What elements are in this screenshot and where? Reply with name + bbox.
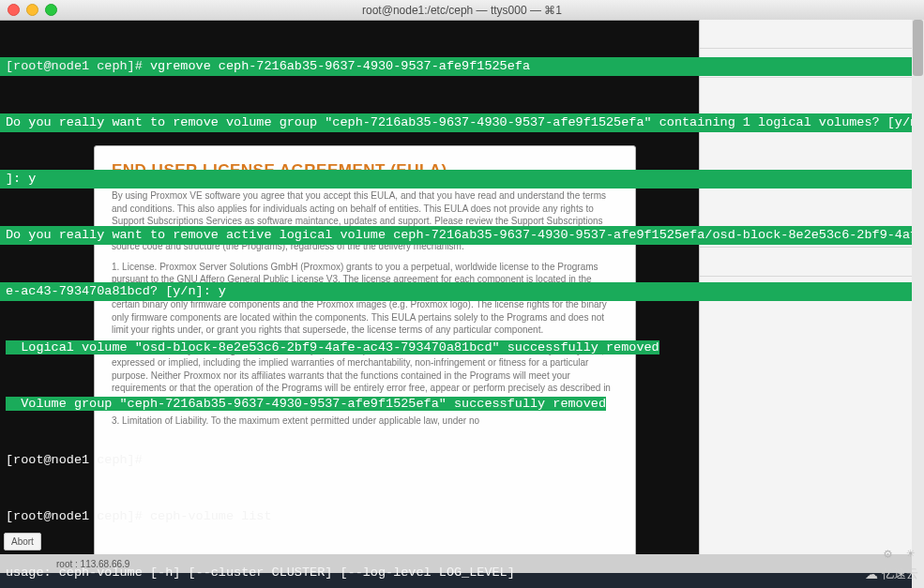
sun-icon[interactable]: ☀ <box>907 546 915 562</box>
terminal[interactable]: [root@node1 ceph]# vgremove ceph-7216ab3… <box>0 20 912 582</box>
scrollbar[interactable] <box>912 20 924 588</box>
window-title: root@node1:/etc/ceph — ttys000 — ⌘1 <box>0 4 924 17</box>
watermark: ☁ 亿速云 <box>865 565 918 582</box>
prompt: [root@node1 ceph]# <box>0 451 912 470</box>
terminal-output: Volume group "ceph-7216ab35-9637-4930-95… <box>6 397 606 411</box>
scrollbar-thumb[interactable] <box>913 20 923 76</box>
prompt: [root@node1 ceph]# <box>6 509 150 523</box>
command: ceph-volume list <box>150 509 272 523</box>
gear-icon[interactable]: ⚙ <box>884 546 891 562</box>
terminal-output: Logical volume "osd-block-8e2e53c6-2bf9-… <box>6 340 659 354</box>
watermark-text: 亿速云 <box>882 565 918 582</box>
cloud-icon: ☁ <box>865 566 878 581</box>
prompt: [root@node1 ceph]# <box>6 59 150 73</box>
terminal-output: Do you really want to remove volume grou… <box>0 113 912 132</box>
tray-icons: ⚙ ☀ <box>884 546 915 562</box>
command: vgremove ceph-7216ab35-9637-4930-9537-af… <box>150 59 530 73</box>
terminal-output: ]: y <box>0 170 912 188</box>
terminal-output: Do you really want to remove active logi… <box>0 226 912 245</box>
terminal-output: e-ac43-793470a81bcd? [y/n]: y <box>0 282 912 301</box>
terminal-output: usage: ceph-volume [-h] [--cluster CLUST… <box>0 564 912 582</box>
window-titlebar: root@node1:/etc/ceph — ttys000 — ⌘1 <box>0 0 924 21</box>
